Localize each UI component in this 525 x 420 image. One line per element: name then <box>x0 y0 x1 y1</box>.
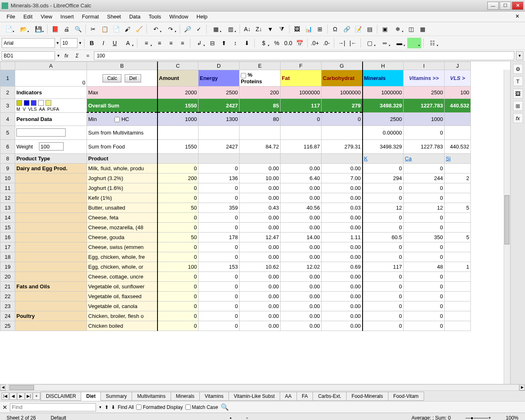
menu-edit[interactable]: Edit <box>19 12 37 21</box>
row-header[interactable]: 24 <box>0 311 15 321</box>
row-header[interactable]: 6 <box>0 139 15 153</box>
open-button[interactable]: 📂 <box>16 24 30 34</box>
menu-window[interactable]: Window <box>165 12 192 21</box>
cell[interactable]: 0.00 <box>322 311 363 321</box>
row-header[interactable]: 10 <box>0 173 15 183</box>
cell[interactable]: 0 <box>404 126 445 139</box>
cell[interactable]: 0 <box>158 193 199 203</box>
spreadsheet-area[interactable]: A B C D E F G H I J 1 0 Calc Del Amount <box>0 62 510 384</box>
cell[interactable] <box>15 272 87 281</box>
proteins-checkbox[interactable] <box>241 73 246 78</box>
row-header[interactable]: 13 <box>0 203 15 212</box>
cell[interactable]: 0 <box>363 311 404 321</box>
cell[interactable] <box>445 126 471 139</box>
vscroll-thumb[interactable] <box>504 195 509 244</box>
wrap-text-button[interactable]: ↲ <box>192 38 206 48</box>
cell[interactable]: Chicken boiled <box>87 321 158 331</box>
cell[interactable]: 0.00 <box>281 193 322 203</box>
align-top-button[interactable]: ⬆ <box>219 38 229 48</box>
cell[interactable]: Poultry <box>15 311 87 321</box>
cell[interactable]: 0 <box>404 301 445 311</box>
cell[interactable]: 0 <box>158 311 199 321</box>
sheet-tab[interactable]: Vitamin-Like Subst <box>228 392 280 401</box>
formula-input[interactable] <box>94 51 514 60</box>
row-header[interactable]: 9 <box>0 163 15 173</box>
cell[interactable]: Vegetable oil, canola <box>87 301 158 311</box>
cell[interactable]: 0.00 <box>240 222 281 232</box>
cell[interactable]: 0 <box>199 222 240 232</box>
sheet-tab[interactable]: Diet <box>81 392 101 401</box>
cell[interactable] <box>445 281 471 291</box>
cell[interactable]: 0 <box>404 252 445 262</box>
row-header[interactable]: 16 <box>0 232 15 242</box>
cell[interactable]: 0.00 <box>281 222 322 232</box>
tab-next-button[interactable]: ▶ <box>17 393 25 400</box>
weight-input[interactable] <box>39 142 64 151</box>
sheet-tab[interactable]: Carbs-Ext. <box>313 392 347 401</box>
print-button[interactable]: 🖨 <box>61 24 72 34</box>
cell[interactable]: Milk, fluid, whole, produ <box>87 163 158 173</box>
cell[interactable]: 178 <box>199 232 240 242</box>
cell[interactable]: 0 <box>363 301 404 311</box>
cell[interactable]: 117 <box>363 262 404 272</box>
cell[interactable]: 2000 <box>158 87 199 99</box>
row-header[interactable]: 2 <box>0 87 15 99</box>
sheet-tab[interactable]: Summary <box>100 392 132 401</box>
sort-desc-button[interactable]: Z↓ <box>253 24 264 34</box>
cell[interactable]: 0.00 <box>322 242 363 252</box>
doc-close-icon[interactable]: ✕ <box>515 13 523 21</box>
cell[interactable]: 0.69 <box>322 262 363 272</box>
cell[interactable]: 3498.329 <box>363 139 404 153</box>
zoom-slider[interactable]: —●———+ <box>462 415 494 420</box>
cell[interactable]: 0 <box>158 281 199 291</box>
hscroll-right[interactable]: ▶ <box>519 385 525 390</box>
row-header[interactable]: 12 <box>0 193 15 203</box>
tab-prev-button[interactable]: ◀ <box>9 393 17 400</box>
cell[interactable]: Overall Sum <box>87 99 158 113</box>
cell[interactable]: Butter, unsalted <box>87 203 158 212</box>
col-header[interactable]: B <box>87 62 158 70</box>
cell[interactable]: Egg, chicken, whole, or <box>87 262 158 272</box>
cell[interactable]: 0 <box>199 281 240 291</box>
cell[interactable]: Calc Del <box>87 70 158 87</box>
cell[interactable]: 0 <box>199 301 240 311</box>
insert-image-button[interactable]: 🖼 <box>292 24 302 34</box>
cell[interactable]: 84.72 <box>240 139 281 153</box>
cell[interactable]: 0 <box>404 321 445 331</box>
cell[interactable]: Vegetable oil, sunflower <box>87 281 158 291</box>
cell[interactable]: 0 <box>281 112 322 126</box>
cell[interactable]: 100 <box>445 87 471 99</box>
cell[interactable]: 153 <box>199 262 240 272</box>
cell[interactable]: 2500 <box>199 87 240 99</box>
cell[interactable]: 0.00 <box>281 321 322 331</box>
cell[interactable]: 5 <box>445 232 471 242</box>
cell[interactable]: 0.00 <box>281 212 322 222</box>
row-header[interactable]: 22 <box>0 291 15 301</box>
cell[interactable] <box>199 153 240 163</box>
cell[interactable]: 0 <box>363 281 404 291</box>
cell[interactable]: 14.00 <box>281 232 322 242</box>
cell[interactable]: 0.00 <box>322 222 363 232</box>
cell[interactable]: 279.31 <box>322 139 363 153</box>
redo-button[interactable]: ↷ <box>164 24 178 34</box>
conditional-button[interactable]: ☷ <box>426 38 440 48</box>
cell[interactable]: 12.47 <box>240 232 281 242</box>
cell[interactable]: 2500 <box>404 87 445 99</box>
sheet-tab[interactable]: FA <box>297 392 313 401</box>
comment-button[interactable]: 📝 <box>353 24 363 34</box>
cell[interactable] <box>445 163 471 173</box>
cell[interactable]: 0 <box>199 291 240 301</box>
cell[interactable]: 0 <box>404 272 445 281</box>
cell[interactable]: 0.00 <box>240 242 281 252</box>
find-replace-button[interactable]: 🔎 <box>182 24 193 34</box>
cell[interactable]: 12 <box>363 203 404 212</box>
clear-format-button[interactable]: 🧹 <box>134 24 144 34</box>
align-bottom-button[interactable]: ⬇ <box>242 38 252 48</box>
cell[interactable]: 0 <box>363 321 404 331</box>
cell[interactable]: 0.00 <box>281 242 322 252</box>
sheet-tab[interactable]: DISCLAIMER <box>41 392 81 401</box>
cell[interactable]: Product <box>87 153 158 163</box>
cell[interactable]: 0 <box>199 252 240 262</box>
col-header[interactable]: E <box>240 62 281 70</box>
cell[interactable]: Kefir (1%) <box>87 193 158 203</box>
